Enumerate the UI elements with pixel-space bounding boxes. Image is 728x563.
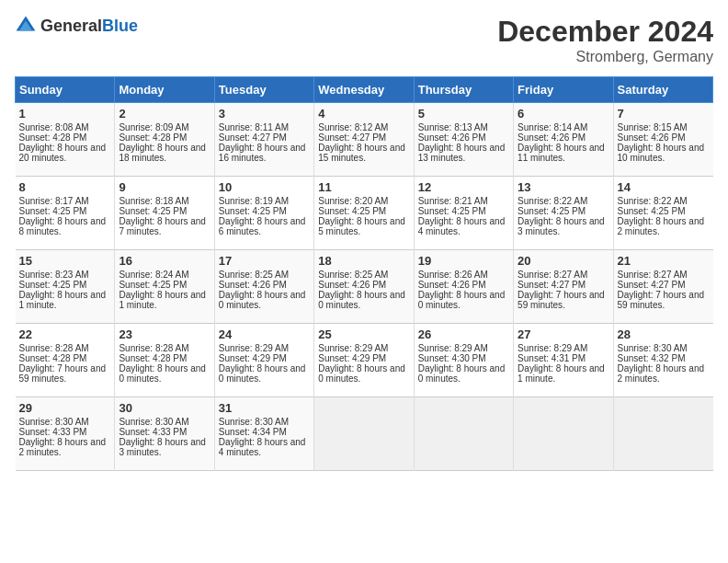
sunset-label: Sunset: 4:25 PM [119, 206, 187, 216]
sunset-label: Sunset: 4:25 PM [418, 206, 486, 216]
sunset-label: Sunset: 4:27 PM [518, 280, 586, 290]
sunrise-label: Sunrise: 8:25 AM [219, 270, 289, 280]
sunrise-label: Sunrise: 8:25 AM [318, 270, 388, 280]
sunrise-label: Sunrise: 8:20 AM [318, 196, 388, 206]
sunrise-label: Sunrise: 8:29 AM [418, 343, 488, 353]
sunrise-label: Sunrise: 8:27 AM [618, 270, 688, 280]
table-cell: 18Sunrise: 8:25 AMSunset: 4:26 PMDayligh… [314, 250, 414, 324]
sunset-label: Sunset: 4:26 PM [418, 132, 486, 143]
daylight-label: Daylight: 7 hours and 59 minutes. [518, 290, 605, 310]
sunset-label: Sunset: 4:30 PM [418, 353, 486, 363]
sunset-label: Sunset: 4:25 PM [219, 206, 287, 216]
table-cell [514, 397, 613, 471]
calendar-row: 8Sunrise: 8:17 AMSunset: 4:25 PMDaylight… [16, 177, 713, 250]
sunrise-label: Sunrise: 8:28 AM [119, 343, 188, 353]
logo: GeneralBlue [15, 15, 138, 37]
daylight-label: Daylight: 8 hours and 3 minutes. [119, 437, 206, 457]
daylight-label: Daylight: 8 hours and 2 minutes. [19, 437, 107, 457]
calendar-row: 15Sunrise: 8:23 AMSunset: 4:25 PMDayligh… [16, 250, 713, 324]
header-row: Sunday Monday Tuesday Wednesday Thursday… [16, 77, 713, 103]
logo-text: GeneralBlue [40, 17, 138, 36]
col-saturday: Saturday [613, 77, 712, 103]
location-title: Stromberg, Germany [497, 49, 713, 65]
daylight-label: Daylight: 8 hours and 2 minutes. [618, 363, 705, 384]
sunrise-label: Sunrise: 8:12 AM [318, 122, 388, 132]
logo-icon [15, 15, 37, 37]
daylight-label: Daylight: 8 hours and 0 minutes. [318, 290, 405, 310]
day-number: 28 [618, 327, 710, 341]
daylight-label: Daylight: 8 hours and 0 minutes. [219, 290, 306, 310]
sunset-label: Sunset: 4:27 PM [318, 132, 386, 143]
day-number: 11 [318, 180, 409, 194]
daylight-label: Daylight: 8 hours and 15 minutes. [318, 143, 405, 163]
day-number: 25 [318, 327, 409, 341]
day-number: 7 [618, 107, 710, 121]
daylight-label: Daylight: 8 hours and 0 minutes. [418, 363, 506, 384]
table-cell: 25Sunrise: 8:29 AMSunset: 4:29 PMDayligh… [314, 324, 414, 397]
table-cell: 30Sunrise: 8:30 AMSunset: 4:33 PMDayligh… [115, 397, 214, 471]
day-number: 21 [618, 254, 710, 268]
sunrise-label: Sunrise: 8:13 AM [418, 122, 488, 132]
daylight-label: Daylight: 8 hours and 6 minutes. [219, 216, 306, 236]
sunset-label: Sunset: 4:25 PM [19, 280, 87, 290]
sunset-label: Sunset: 4:26 PM [518, 132, 586, 143]
sunrise-label: Sunrise: 8:08 AM [19, 122, 89, 132]
table-cell: 10Sunrise: 8:19 AMSunset: 4:25 PMDayligh… [214, 177, 313, 250]
table-cell: 21Sunrise: 8:27 AMSunset: 4:27 PMDayligh… [613, 250, 712, 324]
day-number: 14 [618, 180, 710, 194]
day-number: 13 [518, 180, 609, 194]
sunrise-label: Sunrise: 8:23 AM [19, 270, 89, 280]
daylight-label: Daylight: 7 hours and 59 minutes. [19, 363, 107, 384]
sunrise-label: Sunrise: 8:27 AM [518, 270, 587, 280]
daylight-label: Daylight: 8 hours and 16 minutes. [219, 143, 306, 163]
sunset-label: Sunset: 4:25 PM [618, 206, 686, 216]
day-number: 2 [119, 107, 210, 121]
daylight-label: Daylight: 8 hours and 10 minutes. [618, 143, 705, 163]
table-cell: 31Sunrise: 8:30 AMSunset: 4:34 PMDayligh… [214, 397, 313, 471]
sunset-label: Sunset: 4:26 PM [418, 280, 486, 290]
sunset-label: Sunset: 4:25 PM [318, 206, 386, 216]
table-cell [314, 397, 414, 471]
day-number: 15 [19, 254, 111, 268]
table-cell [613, 397, 712, 471]
day-number: 8 [19, 180, 111, 194]
col-thursday: Thursday [414, 77, 513, 103]
sunrise-label: Sunrise: 8:29 AM [318, 343, 388, 353]
sunrise-label: Sunrise: 8:30 AM [219, 417, 289, 427]
day-number: 3 [219, 107, 310, 121]
sunset-label: Sunset: 4:25 PM [19, 206, 87, 216]
sunset-label: Sunset: 4:28 PM [119, 353, 187, 363]
daylight-label: Daylight: 8 hours and 0 minutes. [418, 290, 506, 310]
daylight-label: Daylight: 8 hours and 0 minutes. [318, 363, 405, 384]
sunrise-label: Sunrise: 8:26 AM [418, 270, 488, 280]
sunrise-label: Sunrise: 8:18 AM [119, 196, 188, 206]
sunrise-label: Sunrise: 8:09 AM [119, 122, 188, 132]
sunset-label: Sunset: 4:29 PM [318, 353, 386, 363]
page-header: GeneralBlue December 2024 Stromberg, Ger… [15, 15, 713, 65]
daylight-label: Daylight: 8 hours and 7 minutes. [119, 216, 206, 236]
day-number: 26 [418, 327, 509, 341]
sunset-label: Sunset: 4:32 PM [618, 353, 686, 363]
sunrise-label: Sunrise: 8:30 AM [618, 343, 688, 353]
day-number: 1 [19, 107, 111, 121]
day-number: 9 [119, 180, 210, 194]
sunrise-label: Sunrise: 8:29 AM [518, 343, 587, 353]
daylight-label: Daylight: 8 hours and 2 minutes. [618, 216, 705, 236]
daylight-label: Daylight: 8 hours and 13 minutes. [418, 143, 506, 163]
sunset-label: Sunset: 4:25 PM [119, 280, 187, 290]
col-wednesday: Wednesday [314, 77, 414, 103]
daylight-label: Daylight: 8 hours and 1 minute. [518, 363, 605, 384]
daylight-label: Daylight: 8 hours and 5 minutes. [318, 216, 405, 236]
table-cell: 12Sunrise: 8:21 AMSunset: 4:25 PMDayligh… [414, 177, 513, 250]
day-number: 4 [318, 107, 409, 121]
day-number: 20 [518, 254, 609, 268]
sunrise-label: Sunrise: 8:30 AM [19, 417, 89, 427]
daylight-label: Daylight: 8 hours and 3 minutes. [518, 216, 605, 236]
sunrise-label: Sunrise: 8:21 AM [418, 196, 488, 206]
table-cell: 15Sunrise: 8:23 AMSunset: 4:25 PMDayligh… [16, 250, 115, 324]
table-cell: 17Sunrise: 8:25 AMSunset: 4:26 PMDayligh… [214, 250, 313, 324]
day-number: 23 [119, 327, 210, 341]
day-number: 19 [418, 254, 509, 268]
daylight-label: Daylight: 8 hours and 11 minutes. [518, 143, 605, 163]
sunset-label: Sunset: 4:28 PM [119, 132, 187, 143]
